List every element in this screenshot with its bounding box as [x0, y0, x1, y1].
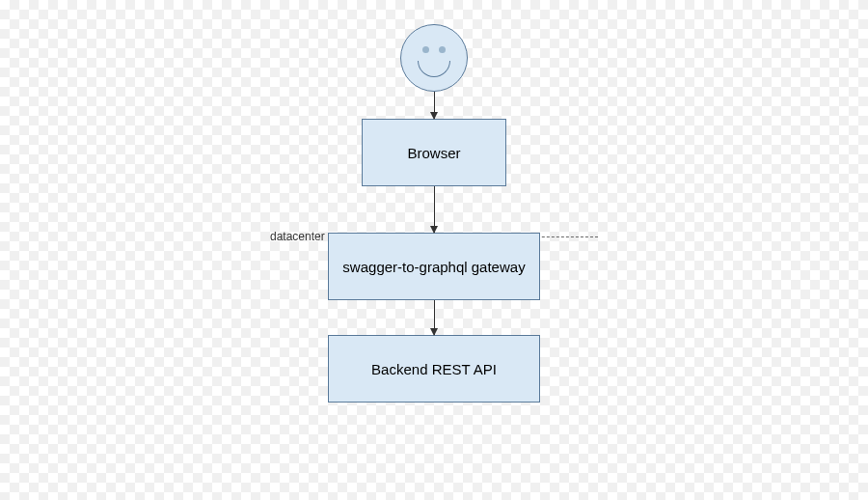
backend-label: Backend REST API: [371, 361, 497, 377]
gateway-label: swagger-to-graphql gateway: [342, 259, 525, 275]
backend-node: Backend REST API: [328, 335, 540, 403]
browser-label: Browser: [407, 145, 460, 161]
user-actor-icon: [400, 24, 468, 92]
flow-diagram: Browser swagger-to-graphql gateway Backe…: [328, 24, 540, 403]
boundary-label: datacenter: [270, 230, 325, 243]
browser-node: Browser: [362, 119, 506, 186]
arrow-icon: [434, 186, 435, 233]
arrow-icon: [434, 92, 435, 119]
arrow-icon: [434, 300, 435, 335]
gateway-node: swagger-to-graphql gateway: [328, 233, 540, 300]
